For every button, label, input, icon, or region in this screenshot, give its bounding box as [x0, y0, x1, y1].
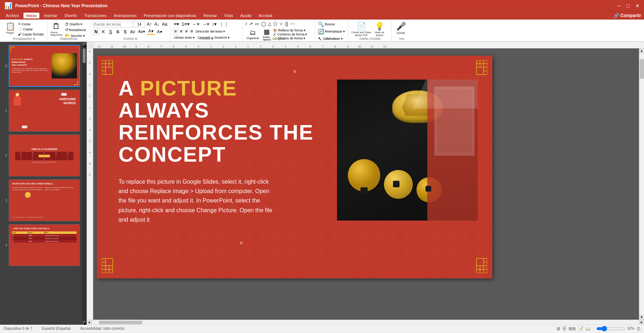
menu-item-vista[interactable]: Vista — [221, 13, 236, 18]
minimize-icon[interactable]: ─ — [617, 3, 621, 9]
slide-item-4[interactable]: ...AND THE SAME GOES FOR RAILS ITEM DATE… — [9, 224, 80, 266]
app-icon: 📊 — [4, 2, 12, 10]
font-size-decrease[interactable]: A↓ — [154, 22, 160, 27]
maximize-icon[interactable]: □ — [627, 3, 630, 9]
pegar-button[interactable]: 📋 Pegar — [4, 21, 17, 35]
scroll-down-button[interactable]: ▼ — [639, 315, 644, 320]
menu-item-diseno[interactable]: Diseño — [62, 13, 80, 18]
shape-more[interactable]: ⋯ — [290, 21, 295, 27]
view-outline-button[interactable]: ☰ — [562, 326, 566, 331]
slide-item-0[interactable]: A PICTURE ALWAYSREINFORCESTHE CONCEPT To… — [9, 45, 80, 87]
shape-circle[interactable]: ◯ — [260, 21, 267, 27]
scroll-thumb[interactable] — [640, 59, 644, 79]
copiar-button[interactable]: 📄 Copiar — [17, 27, 45, 31]
zoom-slider[interactable] — [596, 326, 625, 331]
slide-item-3[interactable]: AHORA MÁS QUE MECA INDETENIBLE... The ke… — [9, 179, 80, 221]
font-color-button[interactable]: A▾ — [147, 28, 155, 35]
menu-item-revisar[interactable]: Revisar — [200, 13, 220, 18]
underline-button[interactable]: S — [107, 29, 114, 35]
canvas-scrollbar-horizontal[interactable]: ◄ ► — [87, 320, 644, 325]
shape-star[interactable]: ☆ — [278, 21, 284, 27]
diseno-button[interactable]: 🗒 Diseño ▾ — [64, 22, 87, 27]
shadow-button[interactable]: S — [122, 29, 128, 35]
italic-button[interactable]: K — [100, 29, 107, 35]
align-right[interactable]: ≡ — [184, 28, 189, 34]
view-sorter-button[interactable]: ⊞⊞ — [569, 326, 576, 331]
selection-handle-top[interactable]: ✕ — [293, 69, 297, 74]
char-spacing-button[interactable]: AV — [129, 29, 136, 34]
ribbon-group-parrafo: ≡▾ 1≡▾ ←≡ →≡ ↕▾ ⋮⋮ ≡ ≡ ≡ ≡ Dirección del… — [170, 20, 243, 41]
bullets-button[interactable]: ≡▾ — [173, 21, 180, 27]
view-normal-button[interactable]: ⊞ — [557, 326, 560, 331]
align-center[interactable]: ≡ — [179, 28, 184, 34]
dictar-button[interactable]: 🎤 Dictar — [394, 21, 408, 35]
case-button[interactable]: Aa▾ — [137, 29, 146, 34]
restablecer-button[interactable]: ↺ Restablecer — [64, 27, 87, 33]
numbering-button[interactable]: 1≡▾ — [181, 21, 191, 27]
hscroll-left[interactable]: ◄ — [87, 320, 92, 325]
shape-line[interactable]: / — [245, 21, 247, 27]
font-family-select[interactable] — [93, 21, 133, 27]
decrease-indent[interactable]: ←≡ — [191, 21, 201, 27]
shape-arrow[interactable]: ↗ — [248, 21, 254, 27]
shape-bracket[interactable]: {} — [285, 21, 289, 27]
align-justify[interactable]: ≡ — [189, 28, 194, 34]
accessibility-label: Accesibilidad: todo correcto — [80, 326, 124, 330]
diseno-icon: 🗒 — [65, 22, 69, 26]
cortar-button[interactable]: ✂ Cortar — [17, 22, 45, 26]
copiar-formato-button[interactable]: 🖌 Copiar formato — [17, 32, 45, 37]
slide-item-2[interactable]: THIS IS A CALENDAR 25 26 27 28 29 28 31 … — [9, 135, 80, 176]
scroll-up-button[interactable]: ▲ — [639, 48, 644, 54]
font-clear-format[interactable]: Aa — [161, 22, 168, 27]
zoom-fit-button[interactable]: ⊡ — [637, 326, 640, 331]
align-left[interactable]: ≡ — [173, 28, 178, 35]
menu-item-inicio[interactable]: Inicio — [23, 13, 40, 18]
nueva-diapositiva-button[interactable]: 🗒 Nuevadiapositiva — [49, 21, 64, 37]
buscar-button[interactable]: 🔍 Buscar — [317, 21, 346, 27]
slide-text-block[interactable]: A PICTURE ALWAYS REINFORCES THE CONCEPT … — [118, 77, 321, 225]
menu-item-presentacion[interactable]: Presentación con diapositivas — [141, 13, 199, 18]
shape-rect[interactable]: ▭ — [254, 21, 260, 27]
svg-rect-29 — [105, 269, 109, 273]
view-notes-button[interactable]: 📝 — [578, 326, 583, 331]
slide-panel: 0 A PICTURE ALWAYSREINFORCESTHE CONCEPT … — [0, 42, 82, 325]
ideas-diseno-button[interactable]: 💡 Ideas dediseño — [373, 21, 385, 38]
svg-rect-17 — [484, 60, 487, 64]
menu-item-ayuda[interactable]: Ayuda — [237, 13, 254, 18]
create-share-pdf-button[interactable]: 📄 Create and ShareAdobe PDF — [350, 21, 372, 38]
font-size-increase[interactable]: A↑ — [146, 22, 153, 27]
reemplazar-button[interactable]: 🔄 Reemplazar ▾ — [317, 28, 346, 35]
menu-item-archivo[interactable]: Archivo — [3, 13, 22, 18]
menu-item-animaciones[interactable]: Animaciones — [111, 13, 139, 18]
bold-button[interactable]: N — [93, 29, 100, 35]
menu-bar: Archivo Inicio Insertar Diseño Transicio… — [0, 12, 644, 20]
relleno-forma-button[interactable]: 🎨 Relleno de forma ▾ — [273, 29, 307, 32]
shape-triangle[interactable]: △ — [267, 21, 272, 27]
close-icon[interactable]: ✕ — [635, 3, 640, 9]
svg-rect-7 — [105, 60, 109, 64]
increase-indent[interactable]: →≡ — [201, 21, 211, 27]
font-size-input[interactable] — [134, 21, 145, 27]
highlight-button[interactable]: A▾ — [156, 29, 164, 35]
view-reading-button[interactable]: 📖 — [585, 326, 591, 331]
restablecer-label: Restablecer — [69, 28, 86, 32]
selection-handle-bottom[interactable]: ✕ — [239, 240, 243, 246]
svg-rect-20 — [484, 64, 487, 67]
menu-item-acrobat[interactable]: Acrobat — [256, 13, 275, 18]
menu-item-transiciones[interactable]: Transiciones — [81, 13, 109, 18]
line-spacing[interactable]: ↕▾ — [211, 21, 218, 27]
shape-pentagon[interactable]: ⬠ — [273, 21, 278, 27]
slide-item-1[interactable]: AWESOMEWORDS — [9, 90, 80, 132]
hscroll-right[interactable]: ► — [639, 320, 644, 325]
menu-item-insertar[interactable]: Insertar — [41, 13, 60, 18]
contorno-forma-button[interactable]: 🖊 Contorno de forma ▾ — [273, 33, 307, 36]
active-slide[interactable]: ✕ ✕ A PICTURE ALWAYS REINFORCES THE CONC… — [97, 56, 492, 278]
text-direction[interactable]: Dirección del texto ▾ — [195, 29, 226, 34]
strikethrough-button[interactable]: S — [114, 29, 121, 35]
share-button[interactable]: Compartir — [621, 13, 641, 18]
hscroll-thumb[interactable] — [99, 321, 142, 324]
slide-panel-scrollbar[interactable]: ▲ ▼ — [82, 42, 86, 325]
slide-image[interactable] — [337, 80, 478, 221]
columns-button[interactable]: ⋮⋮ — [218, 21, 230, 27]
canvas-scrollbar-vertical[interactable]: ▲ ▼ — [639, 48, 644, 320]
